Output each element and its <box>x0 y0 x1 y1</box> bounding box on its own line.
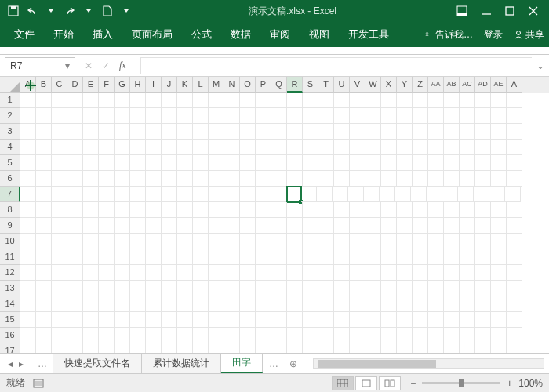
column-header[interactable]: G <box>115 77 130 93</box>
cell[interactable] <box>99 108 115 124</box>
cell[interactable] <box>99 328 115 343</box>
signin-link[interactable]: 登录 <box>484 28 503 42</box>
cell[interactable] <box>365 108 381 124</box>
cell[interactable] <box>162 312 177 328</box>
cancel-icon[interactable]: ✕ <box>85 60 93 71</box>
cell[interactable] <box>444 93 460 108</box>
cell[interactable] <box>365 124 381 140</box>
cell[interactable] <box>303 93 318 108</box>
cell[interactable] <box>333 187 348 202</box>
name-box[interactable]: R7 ▾ <box>5 57 75 74</box>
cell[interactable] <box>350 281 365 296</box>
tab-file[interactable]: 文件 <box>5 22 44 47</box>
cell[interactable] <box>334 343 350 353</box>
cell[interactable] <box>20 343 36 353</box>
cell[interactable] <box>444 249 460 265</box>
cell[interactable] <box>67 218 83 234</box>
cell[interactable] <box>334 171 350 187</box>
cell[interactable] <box>36 312 52 328</box>
cell[interactable] <box>303 234 318 249</box>
cell[interactable] <box>350 265 365 281</box>
cell[interactable] <box>52 234 67 249</box>
cell[interactable] <box>460 93 475 108</box>
cell[interactable] <box>380 187 395 202</box>
cell[interactable] <box>287 171 303 187</box>
sheet-hidden-right[interactable]: … <box>263 358 285 369</box>
cell[interactable] <box>256 343 271 353</box>
cell[interactable] <box>381 202 397 218</box>
cell[interactable] <box>83 108 99 124</box>
cell[interactable] <box>381 296 397 312</box>
cell[interactable] <box>271 249 287 265</box>
cell[interactable] <box>334 140 350 155</box>
column-header[interactable]: A <box>507 77 522 93</box>
cell[interactable] <box>146 234 162 249</box>
cell[interactable] <box>303 124 318 140</box>
cell[interactable] <box>413 234 428 249</box>
cell[interactable] <box>162 155 177 171</box>
cell[interactable] <box>287 124 303 140</box>
cell[interactable] <box>397 155 413 171</box>
cell[interactable] <box>507 312 522 328</box>
cell[interactable] <box>130 281 146 296</box>
cell[interactable] <box>67 93 83 108</box>
cell[interactable] <box>444 296 460 312</box>
cell[interactable] <box>99 249 115 265</box>
zoom-in-button[interactable]: + <box>507 378 512 389</box>
cell[interactable] <box>397 234 413 249</box>
redo-icon[interactable] <box>63 6 77 16</box>
cell[interactable] <box>287 140 303 155</box>
cell[interactable] <box>67 281 83 296</box>
cell[interactable] <box>475 108 491 124</box>
select-all-corner[interactable] <box>0 77 20 93</box>
cell[interactable] <box>491 296 507 312</box>
column-header[interactable]: AE <box>491 77 507 93</box>
cell[interactable] <box>256 328 271 343</box>
cell[interactable] <box>240 140 256 155</box>
cell[interactable] <box>209 265 224 281</box>
cell[interactable] <box>36 108 52 124</box>
cell[interactable] <box>460 249 475 265</box>
cell[interactable] <box>99 343 115 353</box>
cell[interactable] <box>99 202 115 218</box>
cell[interactable] <box>507 265 522 281</box>
cell[interactable] <box>334 108 350 124</box>
cell[interactable] <box>475 328 491 343</box>
cell[interactable] <box>146 218 162 234</box>
cell[interactable] <box>67 108 83 124</box>
cell[interactable] <box>67 171 83 187</box>
cell[interactable] <box>67 312 83 328</box>
cell[interactable] <box>20 312 36 328</box>
row-header[interactable]: 17 <box>0 343 20 353</box>
cell[interactable] <box>240 124 256 140</box>
row-header[interactable]: 4 <box>0 140 20 155</box>
cell[interactable] <box>318 296 334 312</box>
cell[interactable] <box>36 124 52 140</box>
cell[interactable] <box>130 155 146 171</box>
cell[interactable] <box>428 265 444 281</box>
cell[interactable] <box>240 108 256 124</box>
cell[interactable] <box>99 296 115 312</box>
cell[interactable] <box>413 312 428 328</box>
cell[interactable] <box>83 249 99 265</box>
cell[interactable] <box>209 218 224 234</box>
cell[interactable] <box>209 328 224 343</box>
row-header[interactable]: 6 <box>0 171 20 187</box>
sheet-tab[interactable]: 累计数据统计 <box>142 354 221 373</box>
tell-me[interactable]: 告诉我… <box>435 28 473 42</box>
cell[interactable] <box>177 140 193 155</box>
cell[interactable] <box>507 108 522 124</box>
cell[interactable] <box>491 281 507 296</box>
cell[interactable] <box>52 249 67 265</box>
cell[interactable] <box>130 124 146 140</box>
cell[interactable] <box>146 155 162 171</box>
cell[interactable] <box>303 296 318 312</box>
cell[interactable] <box>36 140 52 155</box>
cell[interactable] <box>397 93 413 108</box>
column-header[interactable]: W <box>365 77 381 93</box>
cell[interactable] <box>115 124 130 140</box>
cell[interactable] <box>397 281 413 296</box>
tab-data[interactable]: 数据 <box>221 22 260 47</box>
cell[interactable] <box>444 155 460 171</box>
cell[interactable] <box>460 281 475 296</box>
